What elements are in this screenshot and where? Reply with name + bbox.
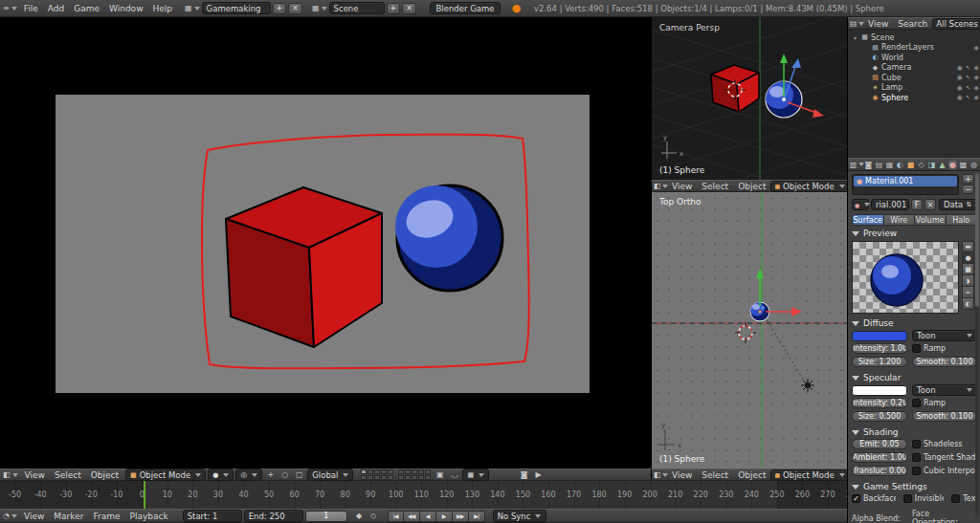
jump-to-prev-keyframe-button[interactable]: ◀◀ [404,511,420,522]
layer-toggle-15[interactable] [388,475,393,480]
layer-toggle-13[interactable] [374,475,380,480]
menu-game[interactable]: Game [69,3,104,14]
menu-playback[interactable]: Playback [125,511,173,522]
renderability-icon[interactable]: ◈ [974,44,979,52]
manipulator-y-arrow[interactable] [756,269,764,278]
shading-ambient-slider[interactable]: Ambient: 1.000 [852,452,907,463]
frame-end-field[interactable]: End: 250 [244,510,303,522]
menu-select[interactable]: Select [697,181,733,192]
diffuse-size-slider[interactable]: Size: 1.200 [852,357,907,367]
visibility-icon[interactable]: ◉ [957,74,963,81]
fake-user-button[interactable]: F [911,199,923,210]
link-data-dropdown[interactable]: Data⇅ [939,199,977,210]
manipulator-scale-icon[interactable]: ▢ [293,469,305,481]
diffuse-shader-dropdown[interactable]: Toon [912,330,977,341]
manipulator-translate-icon[interactable]: + [264,469,277,481]
editor-type-outliner-icon[interactable]: ▤ [851,18,863,30]
world-tab-icon[interactable]: ◐ [895,159,905,170]
properties-scrollbar-thumb[interactable] [975,173,979,307]
layer-toggle-11[interactable] [361,475,367,480]
keying-set-dropdown-icon[interactable]: ◆ [353,511,366,522]
screen-layout-add-button[interactable]: + [273,3,287,14]
scene-selector[interactable]: Scene [329,2,385,14]
material-slot-list[interactable]: ● Material.001 [852,174,959,195]
panel-header-shading[interactable]: Shading [852,426,977,438]
editor-type-properties-icon[interactable]: ▥ [851,159,863,170]
outliner-item-renderlayers[interactable]: ▤RenderLayers◈ [848,43,980,54]
scene-browse-icon[interactable]: ▦ [312,3,327,14]
panel-header-game-settings[interactable]: Game Settings [852,481,977,492]
constraints-tab-icon[interactable]: ◇ [916,159,926,170]
play-reverse-button[interactable]: ◀ [420,511,436,522]
preview-flat-button[interactable]: ▬ [962,241,974,252]
menu-file[interactable]: File [19,3,43,14]
layer-toggle-5[interactable] [388,469,393,474]
menu-object[interactable]: Object [733,469,770,481]
layer-toggle-1[interactable] [361,469,367,474]
shading-translucency-slider[interactable]: Transluc: 0.000 [852,466,907,476]
shading-tangent-checkbox[interactable]: Tangent Shading [912,453,977,462]
material-tab-icon[interactable]: ● [947,159,958,170]
particles-tab-icon[interactable]: ◍ [969,159,979,170]
renderability-icon[interactable]: ◈ [974,94,979,101]
render-opengl-anim-icon[interactable]: ▶ [532,469,545,481]
render-opengl-icon[interactable]: ◙ [518,469,530,481]
visibility-icon[interactable]: ◉ [957,64,963,72]
transform-orientation-dropdown[interactable]: Global [307,469,353,481]
object-tab-icon[interactable]: ■ [905,159,916,170]
shading-cubic-checkbox[interactable]: Cubic Interpolatio [912,467,977,475]
editor-type-3dview-icon[interactable]: ◧ [3,469,18,481]
top-view-canvas[interactable]: x y [652,192,847,469]
snap-magnet-icon[interactable]: ◡ [448,469,460,481]
manipulator-y-arrow[interactable] [780,54,788,63]
camera-view-canvas[interactable]: x y [652,17,847,180]
material-name-field[interactable]: rial.001 [871,199,909,210]
viewport-camera-persp[interactable]: x y Camera Persp (1) Sphere [651,17,847,180]
editor-type-info-icon[interactable]: ≡ [3,3,17,14]
specular-smooth-slider[interactable]: Smooth: 0.100 [912,411,977,422]
selectability-icon[interactable]: ↖ [966,94,971,101]
lock-to-scene-icon[interactable]: ▣ [434,469,446,481]
selectability-icon[interactable]: ↖ [966,74,971,81]
menu-select[interactable]: Select [697,469,733,481]
menu-object[interactable]: Object [733,181,770,192]
layer-toggle-8[interactable] [412,469,417,474]
translate-manipulator[interactable] [756,269,802,316]
layer-toggle-2[interactable] [368,469,373,474]
preview-sphere-button[interactable]: ● [962,252,974,264]
material-type-volume-button[interactable]: Volume [915,214,947,226]
screen-layout-delete-button[interactable]: × [288,3,302,14]
preview-cube-button[interactable]: ■ [962,264,974,275]
frame-start-field[interactable]: Start: 1 [183,510,242,522]
insert-keyframe-icon[interactable]: ◇ [368,511,380,522]
play-button[interactable]: ▶ [436,511,453,522]
outliner-item-lamp[interactable]: ☀Lamp◉↖◈ [848,83,980,94]
screen-layout-selector[interactable]: Gamemaking [202,2,271,14]
material-slot-active[interactable]: ● Material.001 [854,176,957,186]
layer-toggle-6[interactable] [398,469,404,474]
panel-header-specular[interactable]: Specular [852,372,977,383]
material-slot-add-button[interactable]: + [962,174,974,184]
manipulator-center[interactable] [782,98,786,101]
sync-mode-dropdown[interactable]: No Sync [493,510,546,522]
menu-view[interactable]: View [20,469,50,481]
lamp-object[interactable] [801,379,814,392]
preview-sky-button[interactable]: ◐ [962,298,974,310]
texture-tab-icon[interactable]: ▩ [958,159,969,170]
preview-monkey-button[interactable]: ◗ [962,275,974,287]
viewport-shading-dropdown[interactable]: ● [208,469,234,481]
scene-add-button[interactable]: + [387,3,401,14]
layer-toggle-20[interactable] [425,475,431,480]
outliner-item-world[interactable]: ◐World [848,53,980,63]
outliner-item-cube[interactable]: ▧Cube◉↖◈ [848,73,980,83]
menu-help[interactable]: Help [148,3,178,14]
jump-to-next-keyframe-button[interactable]: ▶▶ [453,511,469,522]
manipulator-z-arrow[interactable] [791,58,801,68]
manipulator-x-arrow[interactable] [791,307,802,316]
layer-toggle-4[interactable] [381,469,387,474]
layer-toggle-19[interactable] [418,475,424,480]
render-tab-icon[interactable]: ◙ [863,159,874,170]
shading-shadeless-checkbox[interactable]: Shadeless [912,440,977,448]
menu-search[interactable]: Search [893,18,932,30]
diffuse-color-swatch[interactable] [852,331,907,341]
